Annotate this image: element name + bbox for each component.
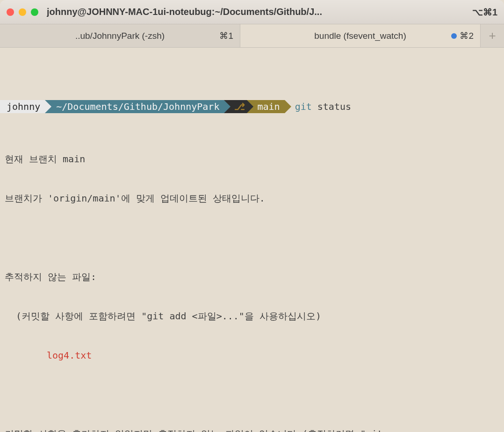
output-line: 브랜치가 'origin/main'에 맞게 업데이트된 상태입니다.	[0, 192, 504, 205]
window-shortcut: ⌥⌘1	[472, 7, 497, 18]
output-line: (커밋할 사항에 포함하려면 "git add <파일>..."을 사용하십시오…	[0, 310, 504, 323]
command: git status	[285, 100, 351, 113]
prompt-path: ~/Documents/Github/JohnnyPark	[45, 100, 224, 113]
terminal-area[interactable]: johnny ~/Documents/Github/JohnnyPark ⎇ m…	[0, 48, 504, 432]
prompt-user: johnny	[0, 100, 45, 113]
untracked-file: log4.txt	[0, 349, 504, 362]
traffic-lights	[7, 8, 38, 16]
tab-label: bundle (fsevent_watch)	[240, 31, 480, 41]
zoom-button[interactable]	[31, 8, 38, 16]
tab-shortcut: ⌘2	[451, 30, 474, 41]
output-line: 커밋할 사항을 추가하지 않았지만 추적하지 않는 파일이 있습니다 (추적하려…	[0, 427, 504, 432]
output-line: 현재 브랜치 main	[0, 152, 504, 166]
prompt-line: johnny ~/Documents/Github/JohnnyPark ⎇ m…	[0, 100, 504, 113]
activity-indicator-icon	[451, 33, 457, 39]
tab-label: ..ub/JohnnyPark (-zsh)	[0, 31, 240, 41]
tab-2[interactable]: bundle (fsevent_watch) ⌘2	[240, 24, 481, 47]
output-line: 추적하지 않는 파일:	[0, 270, 504, 283]
minimize-button[interactable]	[19, 8, 26, 16]
close-button[interactable]	[7, 8, 14, 16]
tab-1[interactable]: ..ub/JohnnyPark (-zsh) ⌘1	[0, 24, 240, 47]
new-tab-button[interactable]: +	[481, 24, 504, 47]
window-title: johnny@JOHNNY-MAC-1ui-noteubug:~/Documen…	[47, 7, 468, 17]
titlebar: johnny@JOHNNY-MAC-1ui-noteubug:~/Documen…	[0, 0, 504, 24]
tab-shortcut: ⌘1	[219, 30, 233, 41]
tabbar: ..ub/JohnnyPark (-zsh) ⌘1 bundle (fseven…	[0, 24, 504, 48]
